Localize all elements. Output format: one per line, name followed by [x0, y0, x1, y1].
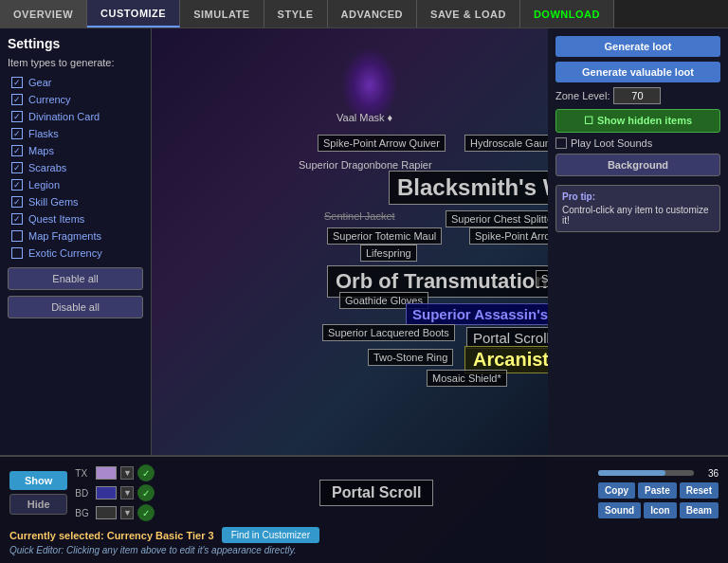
game-item-hydroscale[interactable]: Hydroscale Gauntlets	[464, 135, 548, 152]
pro-tip-title: Pro tip:	[562, 191, 714, 202]
sidebar-subtitle: Item types to generate:	[8, 57, 143, 68]
reset-button[interactable]: Reset	[680, 482, 719, 499]
bd-check[interactable]: ✓	[137, 484, 155, 501]
game-item-lifespring[interactable]: Lifespring	[360, 245, 417, 262]
tx-check[interactable]: ✓	[137, 464, 155, 481]
play-sounds-row: Play Loot Sounds	[555, 137, 720, 149]
beam-button[interactable]: Beam	[680, 502, 719, 518]
sidebar-title: Settings	[8, 36, 143, 51]
game-item-totemic-maul[interactable]: Superior Totemic Maul	[327, 227, 442, 245]
tab-overview[interactable]: OVERVIEW	[0, 0, 87, 27]
tab-save-load[interactable]: SAVE & LOAD	[417, 0, 520, 27]
bg-check[interactable]: ✓	[137, 504, 155, 521]
checkbox-exotic-currency[interactable]	[11, 247, 23, 259]
game-item-mosaic-shield[interactable]: Mosaic Shield*	[427, 370, 507, 387]
bg-arrow[interactable]: ▼	[120, 506, 134, 519]
quick-edit-text: Quick Editor: Clicking any item above to…	[9, 545, 719, 555]
checkbox-maps[interactable]	[11, 145, 23, 156]
checkbox-currency[interactable]	[11, 94, 23, 105]
tx-label: TX	[75, 468, 92, 479]
checkbox-gear[interactable]	[11, 77, 23, 88]
sidebar-item-map-fragments[interactable]: Map Fragments	[8, 227, 143, 245]
sidebar-item-gear[interactable]: Gear	[8, 74, 143, 91]
game-item-blacksmith[interactable]: Blacksmith's Whetstone	[389, 171, 548, 205]
paste-button[interactable]: Paste	[638, 482, 677, 499]
game-item-assassin-mitts[interactable]: Superior Assassin's Mitts*	[406, 303, 548, 325]
checkbox-legion[interactable]	[11, 179, 23, 191]
bg-color-swatch[interactable]	[96, 506, 117, 519]
play-sounds-checkbox[interactable]	[555, 137, 567, 149]
game-item-arrow-quiver[interactable]: Spike-Point Arrow Quiver	[318, 135, 446, 152]
status-text: Currently selected: Currency Basic Tier …	[9, 530, 214, 541]
copy-button[interactable]: Copy	[598, 482, 635, 499]
game-item-platinum[interactable]: Superior Platinum Teis	[536, 270, 548, 287]
hide-button[interactable]: Hide	[9, 494, 67, 515]
disable-all-button[interactable]: Disable all	[8, 296, 143, 318]
action-buttons-row1: Copy Paste Reset	[598, 482, 719, 499]
status-bar: Currently selected: Currency Basic Tier …	[9, 527, 719, 543]
tx-arrow[interactable]: ▼	[120, 466, 134, 480]
game-item-dragonbone[interactable]: Superior Dragonbone Rapier	[299, 159, 432, 171]
color-controls: TX ▼ ✓ BD ▼ ✓ BG ▼ ✓	[75, 464, 155, 521]
sidebar-item-quest-items[interactable]: Quest Items	[8, 210, 143, 227]
enable-all-button[interactable]: Enable all	[8, 267, 143, 290]
icon-button[interactable]: Icon	[644, 502, 677, 518]
preview-text: Portal Scroll	[319, 480, 433, 506]
bd-color-swatch[interactable]	[96, 486, 117, 499]
show-hidden-button[interactable]: ☐Show hidden items	[555, 109, 720, 133]
sound-button[interactable]: Sound	[598, 502, 641, 518]
tab-advanced[interactable]: ADVANCED	[328, 0, 418, 27]
pro-tip-text: Control-click any item to customize it!	[562, 205, 709, 226]
tx-color-row: TX ▼ ✓	[75, 464, 155, 481]
checkbox-skill-gems[interactable]	[11, 196, 23, 208]
checkbox-quest-items[interactable]	[11, 213, 23, 225]
sidebar-item-legion[interactable]: Legion	[8, 176, 143, 193]
checkbox-map-fragments[interactable]	[11, 230, 23, 242]
action-buttons-row2: Sound Icon Beam	[598, 502, 719, 518]
sidebar-item-currency[interactable]: Currency	[8, 91, 143, 108]
game-item-lacquered-boots[interactable]: Superior Lacquered Boots	[322, 324, 455, 341]
sidebar-item-maps[interactable]: Maps	[8, 142, 143, 159]
checkbox-flasks[interactable]	[11, 128, 23, 139]
game-item-chest-splitter[interactable]: Superior Chest Splitter	[446, 210, 548, 227]
slider-track[interactable]	[598, 470, 694, 476]
pro-tip: Pro tip: Control-click any item to custo…	[555, 185, 720, 232]
find-in-customizer-button[interactable]: Find in Customizer	[222, 527, 319, 543]
zone-level-row: Zone Level:	[555, 87, 720, 104]
game-item-arrow-quiver2[interactable]: Spike-Point Arrow Quiver	[469, 227, 548, 245]
tx-color-swatch[interactable]	[96, 466, 117, 480]
top-navigation: OVERVIEW CUSTOMIZE SIMULATE STYLE ADVANC…	[0, 0, 728, 28]
slider-fill	[598, 470, 665, 476]
game-item-vaal-mask[interactable]: Vaal Mask ♦	[337, 112, 392, 123]
checkbox-scarabs[interactable]	[11, 162, 23, 173]
slider-value: 36	[698, 468, 719, 479]
right-controls: 36 Copy Paste Reset Sound Icon Beam	[598, 468, 719, 518]
generate-loot-button[interactable]: Generate loot	[555, 36, 720, 57]
tab-customize[interactable]: CUSTOMIZE	[87, 0, 180, 27]
show-button[interactable]: Show	[9, 471, 67, 490]
background-button[interactable]: Background	[555, 154, 720, 176]
bd-label: BD	[75, 488, 92, 499]
bottom-panel: Show Hide TX ▼ ✓ BD ▼ ✓ BG ▼ ✓	[0, 455, 728, 563]
show-hide-buttons: Show Hide	[9, 471, 67, 515]
tab-download[interactable]: DOWNLOAD	[520, 0, 614, 27]
bg-label: BG	[75, 508, 92, 518]
tab-simulate[interactable]: SIMULATE	[180, 0, 264, 27]
sidebar-item-scarabs[interactable]: Scarabs	[8, 159, 143, 176]
sidebar-item-exotic-currency[interactable]: Exotic Currency	[8, 245, 143, 262]
game-item-sentinel[interactable]: Sentinel Jacket	[324, 210, 395, 222]
bd-color-row: BD ▼ ✓	[75, 484, 155, 501]
zone-level-label: Zone Level:	[555, 90, 610, 101]
sidebar-item-skill-gems[interactable]: Skill Gems	[8, 193, 143, 210]
tab-style[interactable]: STYLE	[264, 0, 328, 27]
play-sounds-label: Play Loot Sounds	[571, 137, 652, 149]
preview-area: Portal Scroll	[162, 480, 591, 506]
zone-level-input[interactable]	[613, 87, 661, 104]
sidebar-item-flasks[interactable]: Flasks	[8, 125, 143, 142]
bg-color-row: BG ▼ ✓	[75, 504, 155, 521]
game-item-two-stone[interactable]: Two-Stone Ring	[368, 349, 453, 366]
checkbox-divination[interactable]	[11, 111, 23, 122]
sidebar-item-divination-card[interactable]: Divination Card	[8, 108, 143, 125]
generate-valuable-button[interactable]: Generate valuable loot	[555, 62, 720, 82]
bd-arrow[interactable]: ▼	[120, 486, 134, 499]
